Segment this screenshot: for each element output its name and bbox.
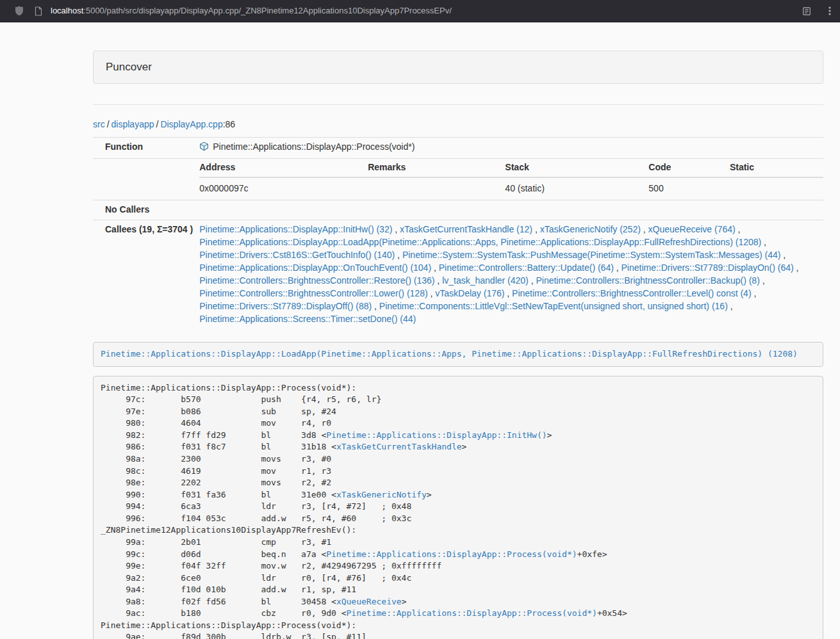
disasm-symbol-link[interactable]: Pinetime::Applications::DisplayApp::Init… bbox=[326, 430, 547, 440]
browser-toolbar: localhost:5000/path/src/displayapp/Displ… bbox=[0, 0, 840, 22]
page-content: Puncover src/displayapp/DisplayApp.cpp:8… bbox=[93, 51, 823, 639]
url-path: :5000/path/src/displayapp/DisplayApp.cpp… bbox=[83, 6, 452, 15]
callee-link[interactable]: Pinetime::Components::LittleVgl::SetNewT… bbox=[379, 301, 728, 311]
callee-link[interactable]: Pinetime::System::SystemTask::PushMessag… bbox=[402, 250, 781, 260]
no-callers-row: No Callers bbox=[93, 200, 823, 220]
breadcrumb: src/displayapp/DisplayApp.cpp:86 bbox=[93, 118, 823, 131]
callee-link[interactable]: Pinetime::Drivers::St7789::DisplayOn() (… bbox=[622, 263, 794, 273]
callee-link[interactable]: Pinetime::Controllers::BrightnessControl… bbox=[199, 275, 434, 286]
disasm-symbol-link[interactable]: xTaskGetCurrentTaskHandle bbox=[336, 442, 462, 451]
metrics-header-row: Address Remarks Stack Code Static bbox=[199, 159, 823, 177]
callee-link[interactable]: xTaskGetCurrentTaskHandle (12) bbox=[400, 224, 532, 234]
breadcrumb-link-file[interactable]: DisplayApp.cpp bbox=[160, 119, 222, 129]
column-header-static: Static bbox=[730, 159, 823, 177]
loadapp-symbol-link[interactable]: Pinetime::Applications::DisplayApp::Load… bbox=[101, 349, 798, 359]
function-label: Function bbox=[93, 138, 193, 159]
callee-link[interactable]: lv_task_handler (420) bbox=[442, 275, 529, 286]
callee-link[interactable]: Pinetime::Controllers::Battery::Update()… bbox=[439, 263, 614, 273]
disasm-symbol-link[interactable]: Pinetime::Applications::DisplayApp::Proc… bbox=[326, 549, 577, 559]
tracking-protection-shield-icon[interactable] bbox=[15, 6, 24, 16]
reader-mode-icon[interactable] bbox=[802, 6, 811, 16]
callees-row: Callees (19, Σ=3704 ) Pinetime::Applicat… bbox=[93, 220, 823, 329]
callee-link[interactable]: Pinetime::Drivers::St7789::DisplayOff() … bbox=[199, 301, 372, 311]
callee-link[interactable]: Pinetime::Applications::Screens::Timer::… bbox=[199, 314, 416, 324]
disasm-symbol-link[interactable]: xQueueReceive bbox=[336, 597, 402, 606]
disasm-symbol-link[interactable]: xTaskGenericNotify bbox=[336, 490, 427, 499]
stack-value: 40 (static) bbox=[505, 177, 648, 200]
caller-snippet-block: Pinetime::Applications::DisplayApp::Load… bbox=[93, 342, 823, 367]
app-header-panel: Puncover bbox=[93, 51, 823, 84]
cube-icon bbox=[199, 142, 209, 155]
metrics-row: Address Remarks Stack Code Static 0x0000… bbox=[93, 159, 823, 200]
address-value: 0x0000097c bbox=[199, 177, 368, 200]
callees-list: Pinetime::Applications::DisplayApp::Init… bbox=[193, 220, 823, 329]
callee-link[interactable]: Pinetime::Controllers::BrightnessControl… bbox=[512, 288, 751, 298]
breadcrumb-separator: / bbox=[154, 119, 161, 129]
column-header-remarks: Remarks bbox=[368, 159, 505, 177]
function-row: Function Pinetime::Applications::Display… bbox=[93, 138, 823, 159]
code-value: 500 bbox=[648, 177, 730, 200]
callee-link[interactable]: Pinetime::Applications::DisplayApp::Init… bbox=[199, 224, 392, 234]
metrics-value-row: 0x0000097c 40 (static) 500 bbox=[199, 177, 823, 200]
remarks-value bbox=[368, 177, 505, 200]
breadcrumb-link-src[interactable]: src bbox=[93, 119, 105, 129]
page-info-icon[interactable] bbox=[35, 6, 42, 16]
url-host: localhost bbox=[51, 6, 83, 15]
no-callers-label: No Callers bbox=[93, 200, 193, 220]
callee-link[interactable]: Pinetime::Drivers::Cst816S::GetTouchInfo… bbox=[199, 250, 395, 260]
function-detail-table: Function Pinetime::Applications::Display… bbox=[93, 137, 823, 329]
column-header-code: Code bbox=[648, 159, 730, 177]
column-header-address: Address bbox=[199, 159, 368, 177]
function-name: Pinetime::Applications::DisplayApp::Proc… bbox=[213, 142, 415, 152]
callee-link[interactable]: vTaskDelay (176) bbox=[435, 288, 504, 298]
callee-link[interactable]: Pinetime::Controllers::BrightnessControl… bbox=[536, 275, 759, 286]
divider bbox=[93, 104, 823, 105]
page-title: Puncover bbox=[106, 61, 152, 73]
url-bar[interactable]: localhost:5000/path/src/displayapp/Displ… bbox=[51, 5, 802, 17]
disasm-symbol-link[interactable]: Pinetime::Applications::DisplayApp::Proc… bbox=[347, 608, 597, 618]
breadcrumb-link-displayapp[interactable]: displayapp bbox=[111, 119, 154, 129]
callee-link[interactable]: Pinetime::Applications::DisplayApp::OnTo… bbox=[199, 263, 431, 273]
callee-link[interactable]: Pinetime::Controllers::BrightnessControl… bbox=[199, 288, 427, 298]
column-header-stack: Stack bbox=[505, 159, 648, 177]
callee-link[interactable]: xTaskGenericNotify (252) bbox=[540, 224, 641, 234]
breadcrumb-separator: / bbox=[105, 119, 111, 129]
menu-dots-icon[interactable] bbox=[828, 6, 831, 16]
metrics-table: Address Remarks Stack Code Static 0x0000… bbox=[199, 159, 823, 200]
disassembly-block: Pinetime::Applications::DisplayApp::Proc… bbox=[93, 376, 823, 639]
static-value bbox=[730, 177, 823, 200]
callee-link[interactable]: Pinetime::Applications::DisplayApp::Load… bbox=[199, 237, 761, 247]
breadcrumb-line-number: :86 bbox=[223, 119, 235, 129]
callees-label: Callees (19, Σ=3704 ) bbox=[93, 220, 193, 329]
callee-link[interactable]: xQueueReceive (764) bbox=[648, 224, 736, 234]
